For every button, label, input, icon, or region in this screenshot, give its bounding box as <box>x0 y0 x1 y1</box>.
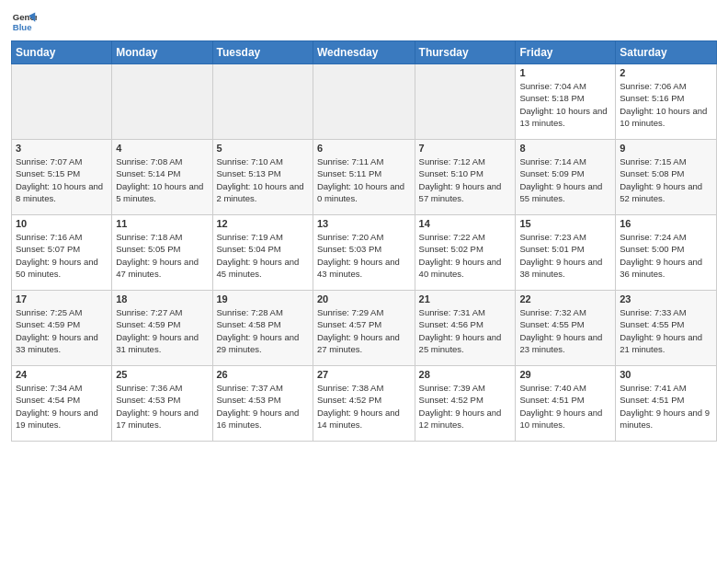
day-info: Sunrise: 7:06 AM Sunset: 5:16 PM Dayligh… <box>620 80 712 129</box>
calendar-week-3: 17Sunrise: 7:25 AM Sunset: 4:59 PM Dayli… <box>12 291 717 366</box>
header-row: General Blue <box>11 9 717 35</box>
weekday-header-wednesday: Wednesday <box>313 41 415 64</box>
day-info: Sunrise: 7:19 AM Sunset: 5:04 PM Dayligh… <box>217 231 309 280</box>
calendar-cell: 17Sunrise: 7:25 AM Sunset: 4:59 PM Dayli… <box>12 291 112 366</box>
day-number: 25 <box>116 369 208 380</box>
calendar-cell: 14Sunrise: 7:22 AM Sunset: 5:02 PM Dayli… <box>415 215 516 291</box>
calendar-cell: 30Sunrise: 7:41 AM Sunset: 4:51 PM Dayli… <box>616 366 717 442</box>
day-info: Sunrise: 7:40 AM Sunset: 4:51 PM Dayligh… <box>519 382 611 431</box>
calendar-cell: 24Sunrise: 7:34 AM Sunset: 4:54 PM Dayli… <box>12 366 112 442</box>
day-info: Sunrise: 7:12 AM Sunset: 5:10 PM Dayligh… <box>419 155 512 204</box>
day-info: Sunrise: 7:25 AM Sunset: 4:59 PM Dayligh… <box>16 306 108 355</box>
day-number: 22 <box>519 293 611 304</box>
day-info: Sunrise: 7:38 AM Sunset: 4:52 PM Dayligh… <box>317 382 411 431</box>
day-number: 1 <box>519 67 611 78</box>
calendar-cell: 12Sunrise: 7:19 AM Sunset: 5:04 PM Dayli… <box>212 215 313 291</box>
calendar-week-2: 10Sunrise: 7:16 AM Sunset: 5:07 PM Dayli… <box>12 215 717 291</box>
day-info: Sunrise: 7:10 AM Sunset: 5:13 PM Dayligh… <box>217 155 309 204</box>
day-info: Sunrise: 7:23 AM Sunset: 5:01 PM Dayligh… <box>519 231 611 280</box>
day-number: 9 <box>620 143 712 154</box>
day-number: 15 <box>519 218 611 229</box>
day-number: 16 <box>620 218 712 229</box>
day-info: Sunrise: 7:22 AM Sunset: 5:02 PM Dayligh… <box>419 231 512 280</box>
calendar-cell: 11Sunrise: 7:18 AM Sunset: 5:05 PM Dayli… <box>112 215 212 291</box>
day-info: Sunrise: 7:14 AM Sunset: 5:09 PM Dayligh… <box>519 155 611 204</box>
day-info: Sunrise: 7:31 AM Sunset: 4:56 PM Dayligh… <box>419 306 512 355</box>
calendar-cell: 26Sunrise: 7:37 AM Sunset: 4:53 PM Dayli… <box>212 366 313 442</box>
calendar-cell <box>12 64 112 140</box>
day-number: 13 <box>317 218 411 229</box>
calendar-cell: 25Sunrise: 7:36 AM Sunset: 4:53 PM Dayli… <box>112 366 212 442</box>
day-info: Sunrise: 7:24 AM Sunset: 5:00 PM Dayligh… <box>620 231 712 280</box>
calendar-week-0: 1Sunrise: 7:04 AM Sunset: 5:18 PM Daylig… <box>12 64 717 140</box>
calendar-cell: 1Sunrise: 7:04 AM Sunset: 5:18 PM Daylig… <box>516 64 616 140</box>
svg-text:Blue: Blue <box>13 22 32 32</box>
calendar-cell: 8Sunrise: 7:14 AM Sunset: 5:09 PM Daylig… <box>516 140 616 215</box>
calendar-cell: 15Sunrise: 7:23 AM Sunset: 5:01 PM Dayli… <box>516 215 616 291</box>
day-info: Sunrise: 7:33 AM Sunset: 4:55 PM Dayligh… <box>620 306 712 355</box>
weekday-header-row: SundayMondayTuesdayWednesdayThursdayFrid… <box>12 41 717 64</box>
calendar-cell: 20Sunrise: 7:29 AM Sunset: 4:57 PM Dayli… <box>313 291 415 366</box>
day-number: 21 <box>419 293 512 304</box>
day-number: 23 <box>620 293 712 304</box>
calendar-cell: 18Sunrise: 7:27 AM Sunset: 4:59 PM Dayli… <box>112 291 212 366</box>
day-info: Sunrise: 7:29 AM Sunset: 4:57 PM Dayligh… <box>317 306 411 355</box>
day-info: Sunrise: 7:34 AM Sunset: 4:54 PM Dayligh… <box>16 382 108 431</box>
calendar-cell: 16Sunrise: 7:24 AM Sunset: 5:00 PM Dayli… <box>616 215 717 291</box>
day-number: 19 <box>217 293 309 304</box>
weekday-header-tuesday: Tuesday <box>212 41 313 64</box>
day-number: 5 <box>217 143 309 154</box>
calendar-cell: 7Sunrise: 7:12 AM Sunset: 5:10 PM Daylig… <box>415 140 516 215</box>
day-number: 6 <box>317 143 411 154</box>
calendar-cell: 21Sunrise: 7:31 AM Sunset: 4:56 PM Dayli… <box>415 291 516 366</box>
weekday-header-thursday: Thursday <box>415 41 516 64</box>
calendar-cell: 28Sunrise: 7:39 AM Sunset: 4:52 PM Dayli… <box>415 366 516 442</box>
weekday-header-saturday: Saturday <box>616 41 717 64</box>
day-info: Sunrise: 7:37 AM Sunset: 4:53 PM Dayligh… <box>217 382 309 431</box>
logo: General Blue <box>11 9 37 35</box>
day-number: 7 <box>419 143 512 154</box>
day-number: 24 <box>16 369 108 380</box>
calendar-cell: 13Sunrise: 7:20 AM Sunset: 5:03 PM Dayli… <box>313 215 415 291</box>
day-info: Sunrise: 7:11 AM Sunset: 5:11 PM Dayligh… <box>317 155 411 204</box>
calendar-body: 1Sunrise: 7:04 AM Sunset: 5:18 PM Daylig… <box>12 64 717 442</box>
calendar-cell: 22Sunrise: 7:32 AM Sunset: 4:55 PM Dayli… <box>516 291 616 366</box>
day-info: Sunrise: 7:41 AM Sunset: 4:51 PM Dayligh… <box>620 382 712 431</box>
calendar-cell <box>313 64 415 140</box>
calendar-week-4: 24Sunrise: 7:34 AM Sunset: 4:54 PM Dayli… <box>12 366 717 442</box>
calendar-cell: 10Sunrise: 7:16 AM Sunset: 5:07 PM Dayli… <box>12 215 112 291</box>
calendar-cell: 29Sunrise: 7:40 AM Sunset: 4:51 PM Dayli… <box>516 366 616 442</box>
day-info: Sunrise: 7:04 AM Sunset: 5:18 PM Dayligh… <box>519 80 611 129</box>
day-number: 14 <box>419 218 512 229</box>
day-number: 8 <box>519 143 611 154</box>
calendar-cell: 6Sunrise: 7:11 AM Sunset: 5:11 PM Daylig… <box>313 140 415 215</box>
day-number: 18 <box>116 293 208 304</box>
day-info: Sunrise: 7:27 AM Sunset: 4:59 PM Dayligh… <box>116 306 208 355</box>
calendar-cell: 19Sunrise: 7:28 AM Sunset: 4:58 PM Dayli… <box>212 291 313 366</box>
calendar-cell <box>112 64 212 140</box>
day-number: 10 <box>16 218 108 229</box>
day-number: 26 <box>217 369 309 380</box>
calendar-cell: 4Sunrise: 7:08 AM Sunset: 5:14 PM Daylig… <box>112 140 212 215</box>
day-number: 17 <box>16 293 108 304</box>
weekday-header-monday: Monday <box>112 41 212 64</box>
day-info: Sunrise: 7:28 AM Sunset: 4:58 PM Dayligh… <box>217 306 309 355</box>
day-number: 20 <box>317 293 411 304</box>
weekday-header-sunday: Sunday <box>12 41 112 64</box>
calendar-cell <box>415 64 516 140</box>
day-number: 29 <box>519 369 611 380</box>
day-info: Sunrise: 7:07 AM Sunset: 5:15 PM Dayligh… <box>16 155 108 204</box>
calendar-cell <box>212 64 313 140</box>
day-info: Sunrise: 7:39 AM Sunset: 4:52 PM Dayligh… <box>419 382 512 431</box>
day-info: Sunrise: 7:16 AM Sunset: 5:07 PM Dayligh… <box>16 231 108 280</box>
day-info: Sunrise: 7:32 AM Sunset: 4:55 PM Dayligh… <box>519 306 611 355</box>
logo-icon: General Blue <box>11 9 37 35</box>
day-number: 28 <box>419 369 512 380</box>
calendar-cell: 27Sunrise: 7:38 AM Sunset: 4:52 PM Dayli… <box>313 366 415 442</box>
calendar-container: General Blue SundayMondayTuesdayWednesda… <box>0 0 728 449</box>
day-number: 11 <box>116 218 208 229</box>
day-number: 4 <box>116 143 208 154</box>
day-info: Sunrise: 7:08 AM Sunset: 5:14 PM Dayligh… <box>116 155 208 204</box>
day-info: Sunrise: 7:18 AM Sunset: 5:05 PM Dayligh… <box>116 231 208 280</box>
day-number: 3 <box>16 143 108 154</box>
